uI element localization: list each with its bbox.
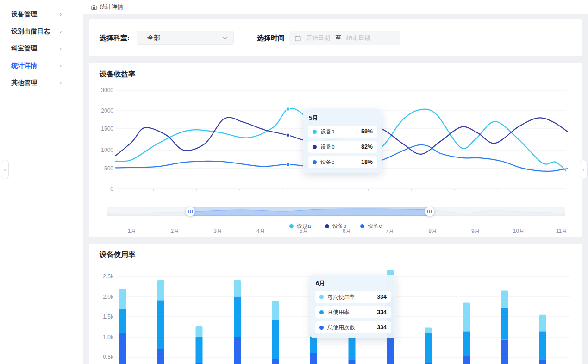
- legend-dot-icon: [325, 224, 329, 228]
- bar-segment[interactable]: [539, 360, 546, 364]
- time-filter-label: 选择时间: [257, 19, 285, 56]
- legend-label: 设备c: [368, 222, 382, 230]
- series-dot-icon: [319, 295, 324, 299]
- chevron-right-icon: ›: [60, 45, 62, 52]
- tooltip-series-value: 334: [369, 294, 387, 300]
- tooltip-series-value: 82%: [353, 144, 373, 150]
- axis-tick-label: 1000: [93, 147, 113, 153]
- bar-segment[interactable]: [463, 303, 470, 332]
- sidebar-item-label: 设别出借日志: [11, 27, 50, 36]
- range-separator: 至: [335, 34, 341, 42]
- tooltip-series-value: 59%: [353, 128, 373, 135]
- bar-segment[interactable]: [272, 301, 279, 320]
- bar-segment[interactable]: [234, 297, 241, 337]
- sidebar-item-department-management[interactable]: 科室管理 ›: [0, 40, 83, 57]
- axis-tick-label: 500: [93, 165, 113, 172]
- bar-segment[interactable]: [272, 320, 279, 359]
- series-dot-icon: [313, 130, 317, 134]
- tooltip-row: 设备c18%: [308, 156, 377, 168]
- bar-segment[interactable]: [234, 280, 241, 297]
- collapse-right-panel-button[interactable]: ‹: [580, 160, 588, 179]
- bar-segment[interactable]: [157, 300, 164, 349]
- bar-segment[interactable]: [349, 360, 356, 364]
- breadcrumb-label[interactable]: 统计详情: [100, 3, 123, 11]
- legend-item[interactable]: 设备c: [360, 222, 382, 230]
- bar-segment[interactable]: [463, 356, 470, 364]
- calendar-icon: [295, 35, 301, 41]
- chart-tooltip: 6月每周使用率334月使用率334总使用次数334: [310, 275, 396, 338]
- series-dot-icon: [313, 160, 317, 164]
- tooltip-series-name: 设备b: [320, 143, 335, 151]
- hover-point-marker: [286, 107, 290, 111]
- bar-segment[interactable]: [349, 337, 356, 360]
- bar-segment[interactable]: [310, 353, 317, 364]
- tooltip-title: 5月: [309, 114, 377, 122]
- chart-legend: 设别a设备b设备c: [89, 222, 582, 230]
- date-range-picker[interactable]: 开始日期 至 结束日期: [289, 31, 400, 45]
- bar-segment[interactable]: [157, 349, 164, 364]
- chevron-down-icon: [222, 36, 228, 40]
- chart-tooltip: 5月设备a59%设备b82%设备c18%: [303, 109, 382, 173]
- sidebar-item-device-management[interactable]: 设备管理 ›: [0, 6, 83, 23]
- bar-segment[interactable]: [272, 359, 279, 364]
- chevron-right-icon: ›: [4, 167, 6, 172]
- bar-segment[interactable]: [539, 315, 546, 332]
- tooltip-row: 设备b82%: [308, 141, 377, 153]
- tooltip-series-name: 月使用率: [327, 308, 350, 316]
- bar-segment[interactable]: [157, 280, 164, 301]
- chevron-right-icon: ›: [60, 79, 62, 86]
- axis-tick-label: 1.0k: [93, 334, 113, 340]
- tooltip-row: 总使用次数334: [315, 321, 391, 333]
- tooltip-row: 设备a59%: [308, 126, 377, 138]
- datazoom-selection: [190, 207, 430, 216]
- legend-item[interactable]: 设备b: [325, 222, 347, 230]
- tooltip-series-name: 设备a: [320, 128, 335, 136]
- bar-segment[interactable]: [425, 327, 432, 332]
- tooltip-series-name: 设备c: [320, 158, 334, 166]
- tooltip-series-value: 334: [369, 324, 387, 331]
- end-date-placeholder[interactable]: 结束日期: [346, 34, 370, 42]
- tooltip-row: 每周使用率334: [315, 291, 391, 303]
- tooltip-series-name: 每周使用率: [327, 293, 355, 301]
- series-dot-icon: [313, 145, 317, 149]
- expand-left-panel-button[interactable]: ›: [1, 160, 9, 179]
- sidebar-item-label: 统计详情: [11, 62, 37, 70]
- bar-segment[interactable]: [310, 337, 317, 353]
- chevron-right-icon: ›: [60, 28, 62, 35]
- sidebar-item-other-management[interactable]: 其他管理 ›: [0, 74, 83, 91]
- datazoom-right-handle[interactable]: [425, 207, 434, 216]
- tooltip-row: 月使用率334: [315, 306, 391, 318]
- axis-tick-label: 1.5k: [93, 314, 113, 320]
- bar-segment[interactable]: [425, 333, 432, 363]
- bar-segment[interactable]: [463, 331, 470, 356]
- bar-segment[interactable]: [196, 337, 203, 363]
- sidebar-item-statistics-detail[interactable]: 统计详情 ›: [0, 57, 83, 74]
- bar-segment[interactable]: [234, 337, 241, 364]
- bar-segment[interactable]: [119, 289, 126, 309]
- bar-segment[interactable]: [539, 331, 546, 360]
- legend-dot-icon: [289, 224, 294, 228]
- bar-segment[interactable]: [501, 340, 508, 364]
- department-select-value: 全部: [147, 34, 160, 42]
- datazoom-left-handle[interactable]: [186, 207, 195, 216]
- legend-item[interactable]: 设别a: [289, 222, 311, 230]
- sidebar-item-lending-log[interactable]: 设别出借日志 ›: [0, 23, 83, 40]
- hover-point-marker: [286, 163, 290, 166]
- department-filter-label: 选择科室:: [100, 19, 130, 56]
- bar-segment[interactable]: [119, 333, 126, 364]
- series-dot-icon: [319, 310, 324, 314]
- tooltip-title: 6月: [316, 279, 391, 288]
- app-root: 设备管理 › 设别出借日志 › 科室管理 › 统计详情 › 其他管理 › 统计详…: [0, 0, 588, 364]
- start-date-placeholder[interactable]: 开始日期: [306, 34, 330, 42]
- legend-dot-icon: [360, 224, 364, 228]
- bar-segment[interactable]: [501, 290, 508, 308]
- bar-segment[interactable]: [196, 326, 203, 337]
- sidebar-item-label: 其他管理: [11, 79, 37, 87]
- bar-segment[interactable]: [119, 309, 126, 333]
- filter-panel: 选择科室: 全部 选择时间 开始日期 至 结束日期: [89, 19, 582, 56]
- legend-label: 设备b: [332, 222, 347, 230]
- bar-segment[interactable]: [501, 308, 508, 340]
- revenue-line-chart: 300020001500100050001月2月3月4月5月6月7月8月9月10…: [89, 63, 582, 237]
- sidebar: 设备管理 › 设别出借日志 › 科室管理 › 统计详情 › 其他管理 ›: [0, 0, 83, 364]
- department-select[interactable]: 全部: [137, 31, 234, 45]
